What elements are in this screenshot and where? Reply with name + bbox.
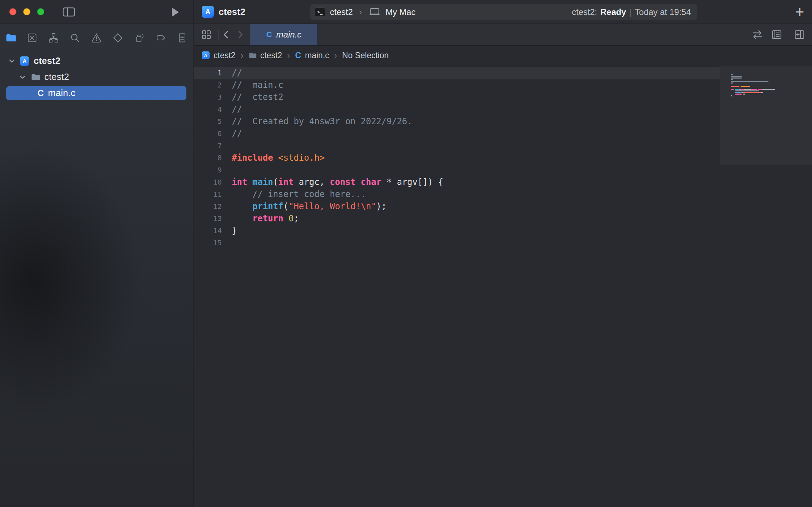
activity-status[interactable]: ctest2: Ready | Today at 19:54 xyxy=(572,7,697,17)
tab-main-c[interactable]: C main.c xyxy=(250,24,318,45)
line-number: 9 xyxy=(194,164,222,176)
report-navigator-button[interactable] xyxy=(177,32,187,43)
editor-options-icon xyxy=(771,29,783,40)
c-file-icon: C xyxy=(295,51,301,60)
hierarchy-icon xyxy=(48,32,59,43)
tree-item-group-ctest2[interactable]: ctest2 xyxy=(0,69,194,85)
status-project-label: ctest2: xyxy=(572,7,597,17)
source-control-icon xyxy=(27,32,37,43)
scheme-target-label[interactable]: ctest2 xyxy=(330,7,353,17)
scheme-destination-label[interactable]: My Mac xyxy=(386,7,416,17)
code-lines: 1//2// main.c3// ctest24//5// Created by… xyxy=(194,67,720,249)
status-state-label: Ready xyxy=(600,7,626,17)
source-editor[interactable]: 1//2// main.c3// ctest24//5// Created by… xyxy=(194,66,812,507)
line-text: // ctest2 xyxy=(232,91,284,103)
tree-item-project-ctest2[interactable]: A ctest2 xyxy=(0,53,194,69)
zoom-window-button[interactable] xyxy=(37,8,44,15)
sidebar-divider[interactable] xyxy=(194,0,194,507)
code-line-2[interactable]: 2// main.c xyxy=(194,79,720,91)
warning-triangle-icon xyxy=(91,32,102,43)
source-control-navigator-button[interactable] xyxy=(27,32,37,43)
code-line-6[interactable]: 6// xyxy=(194,127,720,140)
toolbar: A ctest2 >_ ctest2 › My Mac ctest2: Read… xyxy=(0,0,812,24)
grid-icon xyxy=(201,29,212,40)
code-line-10[interactable]: 10int main(int argc, const char * argv[]… xyxy=(194,176,720,188)
symbol-navigator-button[interactable] xyxy=(48,32,59,43)
editor-options-button[interactable] xyxy=(771,29,783,40)
add-editor-button[interactable] xyxy=(793,29,806,40)
compare-arrows-icon xyxy=(751,29,763,40)
line-text: // xyxy=(232,103,242,115)
disclosure-chevron-icon[interactable] xyxy=(8,57,16,65)
chevron-right-icon: › xyxy=(286,50,291,61)
breadcrumb-selection[interactable]: No Selection xyxy=(342,51,389,60)
folder-icon xyxy=(5,32,16,43)
navigator-bar xyxy=(0,27,194,49)
code-line-5[interactable]: 5// Created by 4nsw3r on 2022/9/26. xyxy=(194,115,720,127)
find-navigator-button[interactable] xyxy=(70,32,80,43)
line-number: 1 xyxy=(194,67,222,79)
xcode-project-icon: A xyxy=(20,56,29,66)
go-forward-button[interactable] xyxy=(235,29,245,40)
breadcrumb-group[interactable]: ctest2 xyxy=(260,51,282,60)
c-file-icon: C xyxy=(266,30,272,39)
breadcrumb-project[interactable]: ctest2 xyxy=(214,51,235,60)
line-number: 7 xyxy=(194,140,222,152)
go-back-button[interactable] xyxy=(221,29,231,40)
folder-icon xyxy=(31,72,40,82)
code-line-11[interactable]: 11 // insert code here... xyxy=(194,188,720,200)
line-number: 2 xyxy=(194,79,222,91)
code-line-7[interactable]: 7 xyxy=(194,140,720,152)
code-line-12[interactable]: 12 printf("Hello, World!\n"); xyxy=(194,200,720,212)
breadcrumb-file[interactable]: main.c xyxy=(305,51,329,60)
status-time-label: Today at 19:54 xyxy=(635,7,691,17)
run-button[interactable] xyxy=(170,7,180,17)
status-divider: | xyxy=(629,7,631,17)
minimap[interactable] xyxy=(720,66,812,507)
breakpoint-navigator-button[interactable] xyxy=(155,32,166,43)
related-items-button[interactable] xyxy=(201,29,212,40)
project-title: ctest2 xyxy=(219,0,245,24)
line-number: 8 xyxy=(194,152,222,164)
chevron-right-icon: › xyxy=(239,50,244,61)
line-text: // xyxy=(232,127,242,140)
line-text: } xyxy=(232,225,237,237)
close-window-button[interactable] xyxy=(9,8,16,15)
code-line-3[interactable]: 3// ctest2 xyxy=(194,91,720,103)
library-add-button[interactable]: + xyxy=(792,0,807,24)
c-file-icon: C xyxy=(37,88,44,98)
code-line-14[interactable]: 14} xyxy=(194,225,720,237)
tree-item-main-c[interactable]: C main.c xyxy=(6,86,186,100)
code-line-15[interactable]: 15 xyxy=(194,237,720,249)
code-line-4[interactable]: 4// xyxy=(194,103,720,115)
code-line-1[interactable]: 1// xyxy=(194,67,720,79)
toggle-sidebar-button[interactable] xyxy=(62,6,76,17)
play-icon xyxy=(170,7,180,17)
test-navigator-button[interactable] xyxy=(112,32,123,43)
scheme-selector[interactable]: >_ ctest2 › My Mac xyxy=(310,6,416,17)
line-text: int main(int argc, const char * argv[]) … xyxy=(232,176,443,188)
diamond-icon xyxy=(112,32,123,43)
project-tree: A ctest2 ctest2 C main.c xyxy=(0,53,194,101)
chevron-left-icon xyxy=(221,29,231,40)
line-number: 13 xyxy=(194,212,222,225)
xcode-project-icon: A xyxy=(202,51,210,59)
code-line-13[interactable]: 13 return 0; xyxy=(194,212,720,225)
code-review-button[interactable] xyxy=(751,29,763,40)
tree-item-main-c-row: C main.c xyxy=(0,85,194,101)
mac-destination-icon xyxy=(368,7,381,17)
chevron-right-icon: › xyxy=(357,6,364,17)
line-number: 4 xyxy=(194,103,222,115)
toolbar-separator xyxy=(219,30,219,40)
project-navigator-button[interactable] xyxy=(5,32,16,43)
code-line-8[interactable]: 8#include <stdio.h> xyxy=(194,152,720,164)
spray-can-icon xyxy=(134,32,145,43)
chevron-right-icon xyxy=(235,29,245,40)
code-line-9[interactable]: 9 xyxy=(194,164,720,176)
search-icon xyxy=(70,32,80,43)
debug-navigator-button[interactable] xyxy=(134,32,145,43)
disclosure-chevron-icon[interactable] xyxy=(19,73,26,81)
line-number: 5 xyxy=(194,115,222,127)
issue-navigator-button[interactable] xyxy=(91,32,102,43)
minimize-window-button[interactable] xyxy=(23,8,30,15)
